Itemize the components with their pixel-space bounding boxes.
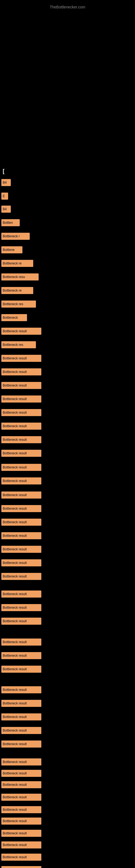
bottleneck-item-42: Bottleneck result [1, 770, 41, 777]
bottleneck-item-39: Bottleneck result [1, 727, 41, 734]
bottleneck-item-7: Bottleneck resu [1, 273, 39, 280]
bottleneck-item-3: Bottlen [1, 219, 20, 226]
bottleneck-item-20: Bottleneck result [1, 450, 41, 457]
bottleneck-item-22: Bottleneck result [1, 477, 41, 485]
bottleneck-item-18: Bottleneck result [1, 423, 41, 430]
bottleneck-item-2: B4 [1, 206, 11, 213]
bottleneck-item-23: Bottleneck result [1, 492, 41, 499]
bottleneck-item-29: Bottleneck result [1, 573, 41, 580]
bottleneck-item-36: Bottleneck result [1, 686, 41, 693]
bottleneck-item-43: Bottleneck result [1, 781, 41, 788]
bottleneck-item-47: Bottleneck result [1, 830, 41, 837]
bottleneck-item-33: Bottleneck result [1, 639, 41, 646]
section-label: [ [3, 168, 5, 175]
bottleneck-item-37: Bottleneck result [1, 700, 41, 707]
bottleneck-item-6: Bottleneck re [1, 260, 33, 267]
bottleneck-item-4: Bottleneck r [1, 233, 30, 240]
bottleneck-item-17: Bottleneck result [1, 409, 41, 416]
bottleneck-item-1: E [1, 193, 8, 199]
bottleneck-item-34: Bottleneck result [1, 652, 41, 659]
bottleneck-item-14: Bottleneck result [1, 368, 41, 375]
bottleneck-item-5: Bottlene [1, 246, 22, 253]
bottleneck-item-35: Bottleneck result [1, 665, 41, 673]
bottleneck-item-40: Bottleneck result [1, 741, 41, 748]
bottleneck-item-13: Bottleneck result [1, 355, 41, 362]
bottleneck-item-41: Bottleneck result [1, 758, 41, 766]
bottleneck-item-38: Bottleneck result [1, 713, 41, 720]
bottleneck-item-12: Bottleneck res [1, 341, 36, 348]
bottleneck-item-27: Bottleneck result [1, 546, 41, 553]
bottleneck-item-45: Bottleneck result [1, 806, 41, 813]
bottleneck-item-24: Bottleneck result [1, 505, 41, 512]
bottleneck-item-46: Bottleneck result [1, 817, 41, 825]
bottleneck-item-0: B4 [1, 179, 11, 186]
bottleneck-item-32: Bottleneck result [1, 618, 41, 625]
bottleneck-item-31: Bottleneck result [1, 604, 41, 611]
bottleneck-item-26: Bottleneck result [1, 532, 41, 539]
bottleneck-item-15: Bottleneck result [1, 382, 41, 389]
bottleneck-item-28: Bottleneck result [1, 559, 41, 566]
bottleneck-item-21: Bottleneck result [1, 464, 41, 471]
bottleneck-item-48: Bottleneck result [1, 841, 41, 848]
bottleneck-item-44: Bottleneck result [1, 794, 41, 801]
bottleneck-item-16: Bottleneck result [1, 396, 41, 403]
bottleneck-item-25: Bottleneck result [1, 519, 41, 526]
bottleneck-item-30: Bottleneck result [1, 590, 41, 597]
site-title: TheBottlenecker.com [0, 2, 135, 12]
bottleneck-item-19: Bottleneck result [1, 436, 41, 443]
bottleneck-item-8: Bottleneck re [1, 287, 33, 294]
bottleneck-item-49: Bottleneck result [1, 854, 41, 861]
bottleneck-item-10: Bottleneck [1, 314, 27, 321]
bottleneck-item-50: Bottleneck result [1, 866, 41, 868]
bottleneck-item-11: Bottleneck result [1, 328, 41, 335]
bottleneck-item-9: Bottleneck res [1, 301, 36, 308]
